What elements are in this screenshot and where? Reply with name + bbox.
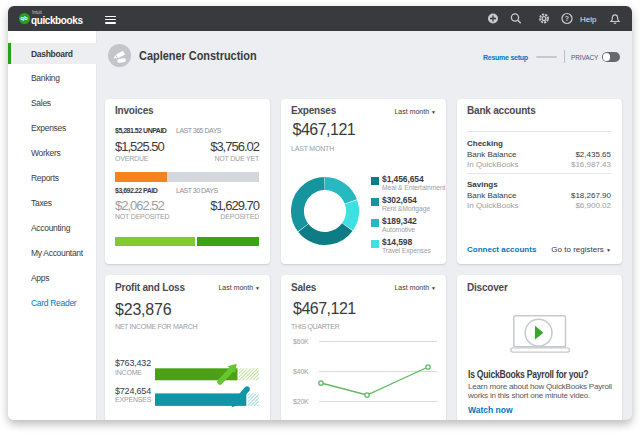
svg-text:Help: Help	[580, 15, 597, 24]
svg-text:?: ?	[565, 15, 569, 22]
